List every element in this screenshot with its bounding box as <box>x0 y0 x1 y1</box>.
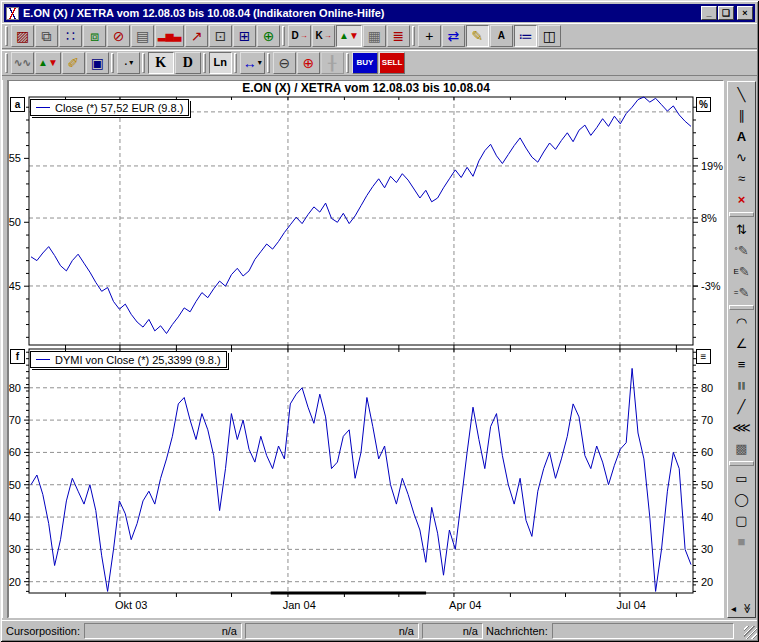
toolbar-grip[interactable] <box>412 26 415 46</box>
delete-study-icon[interactable]: ⊘ <box>107 25 130 47</box>
copy-chart-icon[interactable]: ⧉ <box>35 25 58 47</box>
toolbar-grip[interactable] <box>234 53 237 73</box>
sidebar-more-tools-icon[interactable]: ≫ <box>741 603 752 613</box>
text-tool[interactable]: A <box>729 126 754 147</box>
buy-button[interactable]: BUY <box>352 52 378 74</box>
parallel-lines-tool[interactable]: ∥ <box>729 105 754 126</box>
period-d-icon[interactable]: D→ <box>288 25 311 47</box>
svg-text:80: 80 <box>9 382 21 394</box>
cascade-windows-icon[interactable]: ⧈ <box>83 25 106 47</box>
minimize-button[interactable]: _ <box>701 6 717 20</box>
zigzag-tool[interactable]: ∿ <box>729 147 754 168</box>
scale-arrows-icon[interactable]: ⇄ <box>442 25 465 47</box>
retracement-lines-tool[interactable]: ≡ <box>729 354 754 375</box>
svg-text:30: 30 <box>701 543 713 555</box>
legend-list-icon[interactable]: ≔ <box>514 25 537 47</box>
svg-text:Jul 04: Jul 04 <box>617 599 646 611</box>
drawing-tools-sidebar: ╲∥A∿≈×⇅°✎E✎=✎◠∠≡∥∥╱⋘▩▭◯▢■◂≫ <box>727 81 756 618</box>
add-indicator-icon[interactable]: ⊕ <box>257 25 280 47</box>
marker-pen-icon[interactable]: ✐ <box>62 52 85 74</box>
ln-scale-button[interactable]: Ln <box>209 52 232 74</box>
pane2-marker[interactable]: f <box>10 349 25 364</box>
pen-circle-tool[interactable]: °✎ <box>729 240 754 261</box>
windows-list-icon[interactable]: ⊞ <box>233 25 256 47</box>
toolbar-grip[interactable] <box>5 26 8 46</box>
toolbar-chart: ∿∿▲▼✐▣·▾KDLn↔▾⊖⊕╂BUYSELL <box>2 50 757 76</box>
zoom-out-icon[interactable]: ⊖ <box>273 52 296 74</box>
zigzag-analysis-icon[interactable]: ∿∿ <box>11 52 34 74</box>
window-title: E.ON (X) / XETRA vom 12.08.03 bis 10.08.… <box>23 7 700 19</box>
sidebar-divider <box>729 305 754 310</box>
hrange-icon[interactable]: ↔▾ <box>240 52 265 74</box>
delete-drawing-tool[interactable]: × <box>729 189 754 210</box>
toolbar-grip[interactable] <box>111 53 114 73</box>
crosshair-icon[interactable]: + <box>418 25 441 47</box>
ellipse-tool[interactable]: ◯ <box>729 489 754 510</box>
toolbar-grip[interactable] <box>203 53 206 73</box>
line-chart-icon[interactable]: ↗ <box>185 25 208 47</box>
notes-page-icon[interactable]: A <box>490 25 513 47</box>
rounded-rect-tool[interactable]: ▢ <box>729 510 754 531</box>
line-width-icon[interactable]: ·▾ <box>117 52 140 74</box>
svg-text:60: 60 <box>701 446 713 458</box>
pane2-legend[interactable]: DYMI von Close (*) 25,3399 (9.8.) <box>30 351 227 368</box>
axis-tool-icon[interactable]: ╂ <box>321 52 344 74</box>
new-chart-icon[interactable]: ▨ <box>11 25 34 47</box>
arc-tool[interactable]: ◠ <box>729 312 754 333</box>
pane2-list-marker[interactable]: ≡ <box>696 349 711 364</box>
period-k-icon[interactable]: K→ <box>312 25 335 47</box>
toolbar-grip[interactable] <box>267 53 270 73</box>
wave-tool[interactable]: ≈ <box>729 168 754 189</box>
chart-panel[interactable]: E.ON (X) / XETRA vom 12.08.03 bis 10.08.… <box>8 80 724 618</box>
pane1-percent-axis-marker[interactable]: % <box>696 97 711 112</box>
toolbar-grip[interactable] <box>346 53 349 73</box>
legend-line-sample <box>36 359 50 360</box>
chart-grid-icon[interactable]: ▦ <box>363 25 386 47</box>
pane1-legend-text: Close (*) 57,52 EUR (9.8.) <box>55 102 183 114</box>
sidebar-scroll-left-icon[interactable]: ◂ <box>731 603 736 614</box>
toolbar-grip[interactable] <box>5 53 8 73</box>
triangles-updown-icon[interactable]: ▲▼ <box>336 25 362 47</box>
chart-canvas[interactable]: 45505519%8%-3%20203030404050506060707080… <box>9 81 725 619</box>
maximize-button[interactable]: ❏ <box>718 6 734 20</box>
draw-pen-icon[interactable]: ✎ <box>466 25 489 47</box>
toolbar-grip[interactable] <box>142 53 145 73</box>
speed-lines-tool[interactable]: ⋘ <box>729 417 754 438</box>
vertical-lines-tool[interactable]: ∥∥ <box>729 375 754 396</box>
pane1-legend[interactable]: Close (*) 57,52 EUR (9.8.) <box>30 99 189 116</box>
diagonal-line-tool[interactable]: ╱ <box>729 396 754 417</box>
sidebar-divider <box>729 212 754 217</box>
svg-text:55: 55 <box>9 152 21 164</box>
rectangle-tool[interactable]: ▭ <box>729 468 754 489</box>
fibonacci-tool[interactable]: ⇅ <box>729 219 754 240</box>
pane1-marker[interactable]: a <box>10 97 25 112</box>
svg-text:20: 20 <box>701 576 713 588</box>
properties-icon[interactable]: ▣ <box>86 52 109 74</box>
pen-parallel-tool[interactable]: =✎ <box>729 282 754 303</box>
tile-windows-icon[interactable]: ∷ <box>59 25 82 47</box>
cursor-position-label: Cursorposition: <box>6 625 80 637</box>
trend-triangles-icon[interactable]: ▲▼ <box>35 52 61 74</box>
indicator-lines-icon[interactable]: ≣ <box>387 25 410 47</box>
svg-text:60: 60 <box>9 446 21 458</box>
quote-window-icon[interactable]: ⊡ <box>209 25 232 47</box>
titlebar[interactable]: E.ON (X) / XETRA vom 12.08.03 bis 10.08.… <box>4 4 755 22</box>
pen-extension-tool[interactable]: E✎ <box>729 261 754 282</box>
bar-chart-button[interactable]: D <box>175 52 201 74</box>
trendline-tool[interactable]: ╲ <box>729 84 754 105</box>
quote-grid-icon[interactable]: ▤ <box>131 25 154 47</box>
svg-text:70: 70 <box>9 414 21 426</box>
volume-histogram-icon[interactable]: ▂▅▃ <box>155 25 184 47</box>
crosshatch-tool[interactable]: ▩ <box>729 438 754 459</box>
resize-grip[interactable] <box>744 626 757 639</box>
close-button[interactable]: × <box>737 6 753 20</box>
cursor-value-field: n/a <box>422 623 483 639</box>
filled-rect-tool[interactable]: ■ <box>729 531 754 552</box>
toolbar-grip[interactable] <box>282 26 285 46</box>
candle-chart-button[interactable]: K <box>148 52 174 74</box>
sell-button[interactable]: SELL <box>379 52 405 74</box>
zoom-in-icon[interactable]: ⊕ <box>297 52 320 74</box>
fan-lines-tool[interactable]: ∠ <box>729 333 754 354</box>
toolbar-main: ▨⧉∷⧈⊘▤▂▅▃↗⊡⊞⊕D→K→▲▼▦≣+⇄✎A≔◫ <box>2 23 757 49</box>
layout-panel-icon[interactable]: ◫ <box>538 25 561 47</box>
